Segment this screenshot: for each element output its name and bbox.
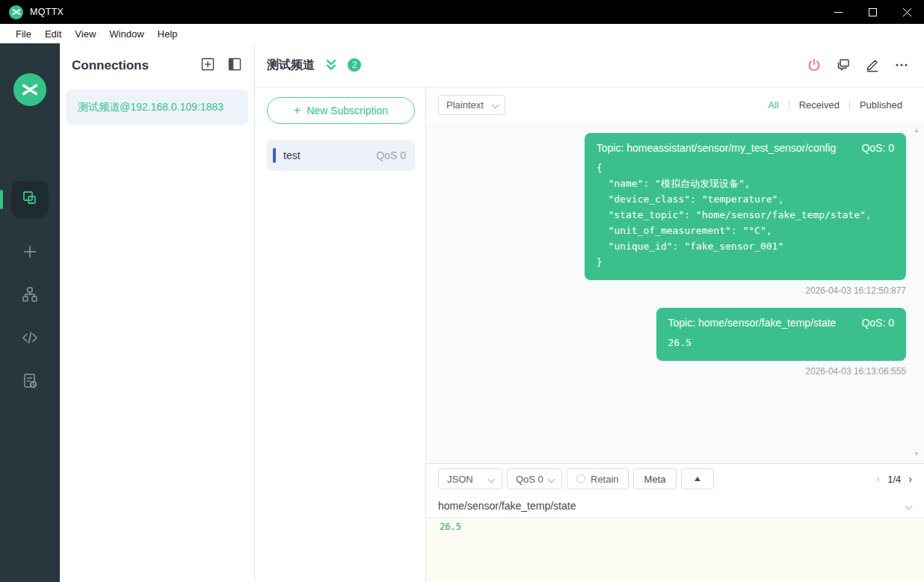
active-nav-indicator — [0, 190, 3, 209]
pager-prev-icon[interactable]: ‹ — [877, 473, 881, 485]
sidebar-rail — [0, 43, 60, 582]
message-count-badge: 2 — [348, 58, 361, 72]
add-connection-icon[interactable] — [200, 57, 215, 75]
titlebar: MQTTX — [0, 0, 924, 24]
sidebar-item-script[interactable] — [0, 329, 60, 347]
payload-pager: ‹ 1/4 › — [877, 473, 912, 485]
menu-help[interactable]: Help — [151, 28, 185, 40]
menu-window[interactable]: Window — [102, 28, 150, 40]
menu-edit[interactable]: Edit — [38, 28, 68, 40]
message-filter-tabs: All Received Published — [758, 99, 912, 111]
menu-file[interactable]: File — [9, 28, 38, 40]
new-subscription-button[interactable]: + New Subscription — [267, 97, 415, 124]
new-subscription-label: New Subscription — [307, 105, 388, 117]
disconnect-icon[interactable] — [807, 58, 822, 72]
pager-count: 1/4 — [887, 474, 901, 485]
subscriptions-column: + New Subscription test QoS 0 — [255, 87, 426, 582]
sidebar-item-log[interactable] — [0, 372, 60, 390]
message-bubble[interactable]: Topic: homeassistant/sensor/my_test_sens… — [585, 133, 906, 280]
log-file-icon — [21, 372, 39, 390]
menubar: File Edit View Window Help — [0, 24, 924, 43]
message-topic: Topic: home/sensor/fake_temp/state — [668, 317, 837, 329]
message-qos: QoS: 0 — [861, 142, 894, 154]
connections-icon — [21, 189, 39, 210]
close-button[interactable] — [890, 0, 924, 24]
connection-header: 测试频道 2 — [255, 43, 924, 87]
double-chevron-down-icon[interactable] — [325, 58, 337, 72]
network-tree-icon — [21, 285, 39, 303]
subscription-item[interactable]: test QoS 0 — [267, 140, 415, 171]
more-options-icon[interactable] — [894, 58, 909, 72]
tab-all[interactable]: All — [758, 99, 788, 111]
message-list[interactable]: ▲ ▼ Topic: homeassistant/sensor/my_test_… — [426, 122, 924, 463]
chevron-down-icon — [906, 503, 912, 509]
mqttx-brand-icon — [13, 73, 46, 106]
sidebar-item-connections[interactable] — [11, 181, 49, 218]
tab-published[interactable]: Published — [850, 99, 912, 111]
publish-payload-editor[interactable]: 26.5 — [426, 518, 924, 582]
code-icon — [21, 329, 39, 347]
connection-list-item[interactable]: 测试频道@192.168.0.109:1883 — [66, 90, 248, 125]
scrollbar-down-arrow[interactable]: ▼ — [914, 451, 920, 457]
message-topic: Topic: homeassistant/sensor/my_test_sens… — [597, 142, 837, 154]
subscription-qos: QoS 0 — [376, 149, 406, 161]
payload-format-value: Plaintext — [446, 99, 484, 111]
chevron-down-icon — [489, 476, 495, 482]
message-qos: QoS: 0 — [861, 317, 894, 329]
publish-block: JSON QoS 0 Retain Meta — [426, 463, 924, 582]
publish-format-value: JSON — [447, 474, 473, 485]
subscription-topic: test — [283, 149, 301, 161]
sidebar-item-new-connection[interactable] — [0, 244, 60, 260]
messages-toolbar: Plaintext All Received Published — [426, 87, 924, 122]
pager-next-icon[interactable]: › — [908, 473, 912, 485]
tab-received[interactable]: Received — [789, 99, 849, 111]
collapse-editor-button[interactable] — [681, 468, 714, 489]
menu-view[interactable]: View — [68, 28, 102, 40]
sidebar-item-broker-network[interactable] — [0, 285, 60, 303]
payload-format-select[interactable]: Plaintext — [438, 95, 505, 115]
message-mode-icon[interactable] — [836, 58, 851, 72]
window-title: MQTTX — [30, 7, 64, 17]
message-row: Topic: home/sensor/fake_temp/state QoS: … — [426, 308, 906, 384]
messages-panel: Plaintext All Received Published ▲ ▼ — [426, 87, 924, 582]
message-timestamp: 2026-04-03 16:12:50:877 — [805, 285, 906, 296]
publish-topic-input[interactable]: home/sensor/fake_temp/state — [426, 494, 924, 518]
collapse-panel-icon[interactable] — [227, 57, 242, 75]
message-timestamp: 2026-04-03 16:13:06:555 — [805, 366, 906, 377]
message-bubble[interactable]: Topic: home/sensor/fake_temp/state QoS: … — [656, 308, 907, 361]
publish-payload-value: 26.5 — [440, 521, 924, 532]
connections-panel-title: Connections — [72, 58, 149, 73]
plus-icon: + — [294, 104, 301, 117]
message-payload: { "name": "模拟自动发现设备", "device_class": "t… — [597, 160, 894, 270]
subscription-color-bar — [273, 148, 276, 163]
retain-toggle[interactable]: Retain — [567, 468, 629, 489]
triangle-up-icon — [694, 477, 700, 481]
edit-connection-icon[interactable] — [865, 58, 880, 72]
publish-format-select[interactable]: JSON — [438, 468, 502, 489]
connections-panel: Connections 测试频道@192.168.0.109:1883 — [60, 43, 255, 582]
publish-qos-select[interactable]: QoS 0 — [507, 468, 562, 489]
publish-topic-value: home/sensor/fake_temp/state — [438, 500, 576, 512]
retain-label: Retain — [591, 474, 619, 485]
publish-qos-value: QoS 0 — [516, 474, 543, 485]
meta-button[interactable]: Meta — [633, 468, 677, 489]
connection-title: 测试频道 — [267, 58, 315, 73]
connection-label: 测试频道@192.168.0.109:1883 — [78, 101, 224, 114]
retain-radio-icon — [576, 474, 585, 483]
minimize-button[interactable] — [821, 0, 855, 24]
maximize-button[interactable] — [855, 0, 890, 24]
chevron-down-icon — [493, 102, 499, 108]
plus-icon — [22, 244, 38, 260]
mqttx-logo-icon — [9, 5, 23, 19]
message-row: Topic: homeassistant/sensor/my_test_sens… — [426, 133, 906, 303]
chevron-down-icon — [549, 476, 555, 482]
message-payload: 26.5 — [668, 335, 895, 350]
scrollbar-up-arrow[interactable]: ▲ — [914, 128, 920, 134]
